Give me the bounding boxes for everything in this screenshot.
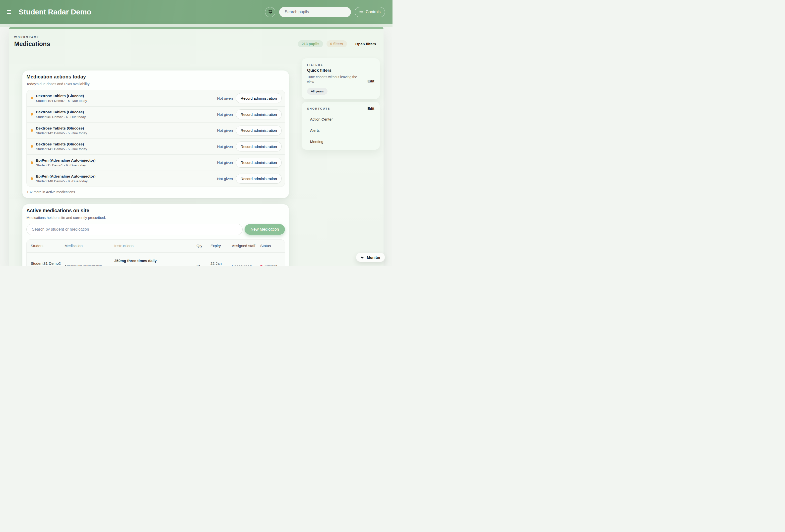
monitor-label: Monitor (367, 255, 381, 259)
cell-student: Student31 Demo2 (1) (31, 255, 65, 266)
cell-status: Expired (260, 258, 285, 266)
dose-status: Not given (217, 145, 233, 149)
hamburger-menu-icon[interactable] (7, 9, 13, 15)
medication-name: Dextrose Tablets (Glucose) (36, 110, 86, 114)
more-medications-link: +32 more in Active medications (27, 190, 285, 194)
medication-row: Dextrose Tablets (Glucose) Student141 De… (27, 138, 285, 155)
medication-detail: Student142 Demo5 · 5 ·Due today (36, 131, 87, 135)
all-years-chip[interactable]: All years (307, 88, 328, 95)
medication-name: EpiPen (Adrenaline Auto-injector) (36, 174, 95, 178)
due-dot-icon (31, 97, 33, 99)
medication-name: Dextrose Tablets (Glucose) (36, 94, 87, 98)
actions-card-subtitle: Today's due doses and PRN availability. (26, 82, 285, 86)
medication-name: Dextrose Tablets (Glucose) (36, 126, 87, 130)
cell-instructions: 250mg three times daily For ear infectio… (114, 253, 197, 266)
edit-filters-button[interactable]: Edit (368, 79, 374, 83)
header-actions: Controls (265, 7, 385, 17)
content-area: Medication actions today Today's due dos… (9, 48, 383, 266)
record-administration-button[interactable]: Record administration (236, 142, 282, 151)
search-input[interactable] (279, 7, 351, 17)
due-dot-icon (31, 145, 33, 148)
actions-card-title: Medication actions today (26, 74, 285, 80)
record-administration-button[interactable]: Record administration (236, 158, 282, 168)
monitor-button[interactable]: Monitor (356, 253, 385, 262)
active-medications-card: Active medications on site Medications h… (22, 204, 289, 266)
main-column: Medication actions today Today's due dos… (22, 58, 289, 266)
notifications-button[interactable] (265, 7, 275, 17)
medication-row: Dextrose Tablets (Glucose) Student142 De… (27, 122, 285, 138)
filters-eyebrow: FILTERS (307, 63, 374, 66)
activity-icon (360, 255, 364, 259)
table-row: Student31 Demo2 (1) Amoxicillin suspensi… (27, 253, 285, 266)
workspace-panel: WORKSPACE Medications 213 pupils 0 filte… (9, 27, 383, 266)
due-dot-icon (31, 177, 33, 180)
edit-shortcuts-button[interactable]: Edit (368, 107, 374, 110)
medication-search-input[interactable] (26, 224, 243, 235)
quick-filters-title: Quick filters (307, 68, 359, 73)
due-dot-icon (31, 113, 33, 116)
medications-table: Student Medication Instructions Qty Expi… (26, 239, 285, 266)
app-header: Student Radar Demo (0, 0, 392, 24)
workspace-eyebrow: WORKSPACE (14, 35, 50, 39)
active-card-title: Active medications on site (26, 208, 285, 213)
workspace-heading: WORKSPACE Medications (14, 35, 50, 48)
medication-row: EpiPen (Adrenaline Auto-injector) Studen… (27, 154, 285, 171)
shortcut-action-center[interactable]: Action Center (310, 117, 374, 121)
bell-icon (268, 9, 273, 15)
pupils-count-badge: 213 pupils (298, 40, 323, 47)
workspace-header-right: 213 pupils 0 filters Open filters (298, 40, 377, 47)
sidebar: FILTERS Quick filters Tune cohorts witho… (302, 58, 380, 266)
due-dot-icon (31, 129, 33, 132)
page-title: Medications (14, 40, 50, 48)
medication-name: EpiPen (Adrenaline Auto-injector) (36, 158, 95, 162)
column-student: Student (31, 242, 65, 250)
column-instructions: Instructions (114, 242, 197, 250)
medication-detail: Student194 Demo7 · 6 ·Due today (36, 99, 87, 103)
instructions-title: 250mg three times daily (114, 258, 194, 263)
record-administration-button[interactable]: Record administration (236, 126, 282, 135)
open-filters-button[interactable]: Open filters (355, 42, 376, 46)
app-title: Student Radar Demo (19, 8, 91, 16)
workspace-header: WORKSPACE Medications 213 pupils 0 filte… (9, 29, 383, 48)
instructions-detail: For ear infection. Complete the course e… (114, 265, 194, 266)
shortcut-alerts[interactable]: Alerts (310, 128, 374, 132)
medication-row: EpiPen (Adrenaline Auto-injector) Studen… (27, 171, 285, 187)
filters-count-badge: 0 filters (327, 40, 347, 47)
medication-row: Dextrose Tablets (Glucose) Student194 De… (27, 90, 285, 106)
column-expiry: Expiry (210, 242, 232, 250)
medication-detail: Student40 Demo2 · R ·Due today (36, 115, 86, 119)
app-window: Student Radar Demo (0, 0, 392, 266)
cell-medication: Amoxicillin suspension (65, 258, 114, 266)
active-card-subtitle: Medications held on site and currently p… (26, 216, 285, 220)
table-header-row: Student Medication Instructions Qty Expi… (27, 239, 285, 253)
new-medication-button[interactable]: New Medication (245, 224, 285, 235)
column-qty: Qty (197, 242, 210, 250)
column-status: Status (260, 242, 285, 250)
shortcut-meeting[interactable]: Meeting (310, 140, 374, 144)
shortcuts-eyebrow: SHORTCUTS (307, 107, 330, 110)
medication-detail: Student148 Demo5 · R ·Due today (36, 179, 95, 183)
dose-status: Not given (217, 177, 233, 181)
cell-expiry: 22 Jan 2026 (210, 255, 232, 266)
medication-detail: Student141 Demo5 · 5 ·Due today (36, 147, 87, 151)
cell-assigned-staff: Unassigned (232, 258, 260, 266)
cell-qty: 21 (197, 258, 210, 266)
medication-actions-card: Medication actions today Today's due dos… (22, 71, 289, 198)
medication-row: Dextrose Tablets (Glucose) Student40 Dem… (27, 106, 285, 123)
record-administration-button[interactable]: Record administration (236, 174, 282, 183)
column-assigned-staff: Assigned staff (232, 242, 260, 250)
medication-name: Dextrose Tablets (Glucose) (36, 142, 87, 146)
controls-label: Controls (365, 10, 381, 14)
dose-status: Not given (217, 128, 233, 132)
record-administration-button[interactable]: Record administration (236, 93, 282, 103)
shortcuts-card: SHORTCUTS Edit Action Center Alerts Meet… (302, 102, 380, 150)
due-dot-icon (31, 161, 33, 164)
sliders-icon (359, 10, 363, 14)
column-medication: Medication (65, 242, 114, 250)
medication-actions-list: Dextrose Tablets (Glucose) Student194 De… (26, 90, 285, 187)
dose-status: Not given (217, 112, 233, 117)
record-administration-button[interactable]: Record administration (236, 109, 282, 119)
quick-filters-card: FILTERS Quick filters Tune cohorts witho… (302, 58, 380, 99)
controls-button[interactable]: Controls (355, 7, 385, 17)
status-label: Expired (264, 263, 277, 266)
